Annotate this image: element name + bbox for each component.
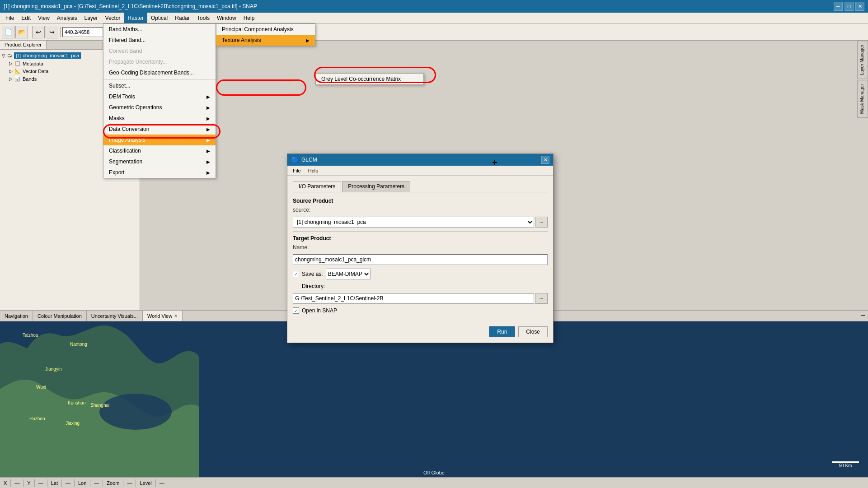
menu-dem-tools[interactable]: DEM Tools ▶ xyxy=(103,91,216,102)
tab-product-explorer[interactable]: Product Explorer xyxy=(0,41,47,49)
undo-button[interactable]: ↩ xyxy=(32,26,45,38)
redo-button[interactable]: ↪ xyxy=(46,26,58,38)
titlebar: [1] chongming_mosaic1_pca - [G:\Test_Sen… xyxy=(0,0,868,13)
glcm-directory-input-row: ··· xyxy=(293,293,548,304)
close-button[interactable]: ✕ xyxy=(855,2,864,11)
map-off-globe-label: Off Globe xyxy=(423,470,445,475)
status-sep2 xyxy=(23,479,23,487)
menu-view[interactable]: View xyxy=(34,13,53,23)
glcm-close-button[interactable]: Close xyxy=(518,326,548,337)
panel-minimize[interactable]: ─ xyxy=(858,311,868,321)
svg-point-1 xyxy=(99,394,172,430)
raster-dropdown-menu: Band Maths... Filtered Band... Convert B… xyxy=(103,23,216,178)
menu-analysis[interactable]: Analysis xyxy=(53,13,81,23)
submenu-pca[interactable]: Principal Component Analysis xyxy=(216,24,315,35)
menu-propagate-uncertainty: Propagate Uncertainty... xyxy=(103,56,216,67)
y-label: Y xyxy=(27,480,30,486)
menu-radar[interactable]: Radar xyxy=(171,13,193,23)
image-analysis-submenu: Principal Component Analysis Texture Ana… xyxy=(216,23,315,46)
glcm-titlebar: 🔵 GLCM ✕ xyxy=(287,154,553,166)
menu-geo-coding[interactable]: Geo-Coding Displacement Bands... xyxy=(103,67,216,78)
tab-uncertainty-visuals[interactable]: Uncertainty Visuals... xyxy=(87,311,143,321)
glcm-menu-help[interactable]: Help xyxy=(305,166,322,175)
glcm-open-snap-checkbox[interactable] xyxy=(293,307,299,314)
toolbar-separator2 xyxy=(60,27,61,37)
coords-input[interactable] xyxy=(62,27,103,37)
x-value: — xyxy=(14,480,19,486)
status-sep1 xyxy=(10,479,11,487)
glcm-sep1 xyxy=(293,231,548,232)
expand-icon4: ▷ xyxy=(9,76,13,81)
expand-icon: ▽ xyxy=(2,53,5,58)
menu-convert-band: Convert Band xyxy=(103,46,216,56)
expand-icon2: ▷ xyxy=(9,61,13,66)
level-value: — xyxy=(160,480,164,486)
tab-world-view[interactable]: World View ✕ xyxy=(143,311,183,321)
menu-segmentation[interactable]: Segmentation ▶ xyxy=(103,156,216,167)
glcm-directory-browse[interactable]: ··· xyxy=(535,293,548,304)
glcm-name-input[interactable] xyxy=(293,254,548,265)
menu-filtered-band[interactable]: Filtered Band... xyxy=(103,35,216,46)
glcm-tab-processing[interactable]: Processing Parameters xyxy=(342,181,410,192)
glcm-tab-io[interactable]: I/O Parameters xyxy=(293,181,341,192)
glcm-source-label: source: xyxy=(293,207,320,213)
status-sep4 xyxy=(47,479,47,487)
glcm-tabs: I/O Parameters Processing Parameters xyxy=(293,181,548,192)
menu-edit[interactable]: Edit xyxy=(18,13,34,23)
glcm-menu-file[interactable]: File xyxy=(289,166,305,175)
status-sep5 xyxy=(61,479,62,487)
tab-colour-manipulation[interactable]: Colour Manipulation xyxy=(33,311,87,321)
glcm-save-as-checkbox[interactable] xyxy=(293,271,299,277)
status-sep9 xyxy=(123,479,123,487)
world-view-close[interactable]: ✕ xyxy=(174,313,178,318)
glcm-run-button[interactable]: Run xyxy=(489,326,515,337)
glcm-source-section: Source Product xyxy=(293,198,548,204)
glcm-directory-row: Directory: xyxy=(293,283,548,289)
menu-optical[interactable]: Optical xyxy=(147,13,171,23)
menu-subset[interactable]: Subset... xyxy=(103,80,216,91)
menu-vector[interactable]: Vector xyxy=(102,13,124,23)
right-tab-mask-manager[interactable]: Mask Manager xyxy=(857,80,868,118)
lat-label: Lat xyxy=(51,480,58,486)
menu-raster[interactable]: Raster xyxy=(124,13,147,23)
statusbar: X — Y — Lat — Lon — Zoom — Level — xyxy=(0,477,868,488)
texture-analysis-submenu: Grey Level Co-occurrence Matrix xyxy=(315,73,424,85)
menu-file[interactable]: File xyxy=(2,13,18,23)
menu-layer[interactable]: Layer xyxy=(81,13,102,23)
glcm-format-dropdown[interactable]: BEAM-DIMAP xyxy=(326,269,371,279)
glcm-save-as-row: Save as: BEAM-DIMAP xyxy=(293,269,548,279)
menu-tools[interactable]: Tools xyxy=(193,13,213,23)
menu-band-maths[interactable]: Band Maths... xyxy=(103,24,216,35)
menu-masks[interactable]: Masks ▶ xyxy=(103,113,216,124)
open-button[interactable]: 📂 xyxy=(15,26,28,38)
minimize-button[interactable]: ─ xyxy=(834,2,843,11)
glcm-name-label: Name: xyxy=(293,244,320,251)
menu-separator xyxy=(103,79,216,79)
glcm-source-dropdown[interactable]: [1] chongming_mosaic1_pca xyxy=(293,217,534,228)
menu-geometric-operations[interactable]: Geometric Operations ▶ xyxy=(103,102,216,113)
glcm-directory-input[interactable] xyxy=(293,293,534,304)
submenu-glcm[interactable]: Grey Level Co-occurrence Matrix xyxy=(316,74,423,84)
window-title: [1] chongming_mosaic1_pca - [G:\Test_Sen… xyxy=(4,3,257,9)
status-sep8 xyxy=(103,479,103,487)
new-button[interactable]: 📄 xyxy=(2,26,14,38)
tab-navigation[interactable]: Navigation xyxy=(0,311,33,321)
status-sep11 xyxy=(155,479,156,487)
menu-data-conversion[interactable]: Data Conversion ▶ xyxy=(103,124,216,135)
menu-image-analysis[interactable]: Image Analysis ▶ xyxy=(103,135,216,145)
menu-window[interactable]: Window xyxy=(213,13,240,23)
vector-data-label: Vector Data xyxy=(23,69,48,74)
glcm-name-input-row xyxy=(293,254,548,265)
menu-help[interactable]: Help xyxy=(240,13,258,23)
glcm-source-browse[interactable]: ··· xyxy=(535,217,548,228)
menu-classification[interactable]: Classification ▶ xyxy=(103,145,216,156)
right-tab-layer-manager[interactable]: Layer Manager xyxy=(857,41,868,79)
glcm-name-row: Name: xyxy=(293,244,548,251)
glcm-menubar: File Help xyxy=(287,166,553,176)
glcm-save-as-label: Save as: xyxy=(302,271,323,277)
maximize-button[interactable]: □ xyxy=(845,2,854,11)
submenu-texture-analysis[interactable]: Texture Analysis ▶ xyxy=(216,35,315,46)
glcm-close-titlebar[interactable]: ✕ xyxy=(541,156,549,164)
menu-export[interactable]: Export ▶ xyxy=(103,167,216,178)
product-name[interactable]: [1] chongming_mosaic1_pca xyxy=(14,52,81,59)
